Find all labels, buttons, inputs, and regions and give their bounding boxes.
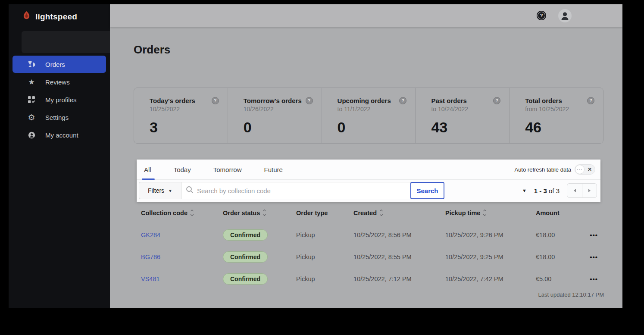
- location-selector[interactable]: [22, 31, 113, 53]
- help-icon[interactable]: ?: [537, 11, 546, 20]
- sidebar-item-my-profiles[interactable]: My profiles: [13, 91, 106, 108]
- orders-icon: [27, 60, 36, 69]
- stat-value: 46: [525, 119, 594, 136]
- sidebar-item-orders[interactable]: Orders: [13, 56, 106, 73]
- pickup-time-cell: 10/25/2022, 9:25 PM: [441, 254, 531, 260]
- tab-future[interactable]: Future: [262, 160, 285, 179]
- table-row: BG786 Confirmed Pickup 10/25/2022, 8:55 …: [137, 246, 604, 268]
- lightspeed-logo: lightspeed: [9, 4, 110, 22]
- help-icon[interactable]: ?: [399, 97, 406, 104]
- collection-code-link[interactable]: GK284: [141, 232, 160, 238]
- amount-cell: €18.00: [531, 232, 579, 238]
- stat-subtitle: from 10/25/2022: [525, 106, 594, 113]
- amount-cell: €18.00: [531, 254, 579, 260]
- auto-refresh-label: Auto refresh table data: [514, 166, 571, 173]
- user-avatar[interactable]: [558, 9, 572, 22]
- auto-refresh-control: Auto refresh table data ··· ✕: [514, 164, 595, 175]
- sidebar-item-label: Reviews: [45, 78, 70, 86]
- sidebar: lightspeed Orders ★ Reviews: [9, 4, 110, 308]
- profiles-grid-icon: [27, 96, 36, 103]
- pagination: ▼ 1 - 3 of 3: [522, 183, 597, 198]
- sidebar-item-label: Orders: [45, 61, 65, 68]
- column-header-pickup-time[interactable]: Pickup time: [441, 210, 531, 216]
- chevron-down-icon: ▼: [168, 188, 172, 193]
- sidebar-item-label: My account: [45, 131, 78, 139]
- search-icon: [186, 186, 194, 195]
- sidebar-item-label: My profiles: [45, 96, 77, 103]
- sort-icon[interactable]: [263, 210, 266, 216]
- chevron-left-icon[interactable]: [567, 184, 582, 197]
- collection-code-link[interactable]: BG786: [141, 254, 160, 260]
- tabs-row: All Today Tomorrow Future Auto refresh t…: [137, 160, 600, 180]
- stat-card-tomorrow: Tomorrow's orders ? 10/26/2022 0: [228, 88, 322, 143]
- table-row: VS481 Confirmed Pickup 10/25/2022, 7:12 …: [137, 268, 604, 290]
- search-input[interactable]: [197, 187, 406, 194]
- close-icon[interactable]: ✕: [585, 166, 595, 172]
- sort-icon[interactable]: [484, 210, 486, 216]
- account-icon: [27, 131, 36, 139]
- stat-card-upcoming: Upcoming orders ? to 11/1/2022 0: [322, 88, 416, 143]
- tab-today[interactable]: Today: [172, 160, 193, 179]
- stat-value: 43: [431, 119, 500, 136]
- sidebar-nav: Orders ★ Reviews My profiles ⚙: [13, 56, 106, 144]
- stat-card-today: Today's orders ? 10/25/2022 3: [134, 88, 228, 143]
- order-type-cell: Pickup: [292, 276, 349, 282]
- created-cell: 10/25/2022, 7:12 PM: [349, 276, 441, 282]
- toggle-knob: ···: [575, 165, 585, 174]
- sidebar-item-label: Settings: [45, 114, 69, 121]
- tab-all[interactable]: All: [142, 160, 153, 179]
- stat-title: Today's orders: [150, 97, 195, 104]
- gear-icon: ⚙: [27, 113, 36, 122]
- stat-value: 0: [244, 119, 313, 136]
- table-header-row: Collection code Order status Order type …: [137, 202, 604, 224]
- help-icon[interactable]: ?: [306, 97, 313, 104]
- orders-table: Collection code Order status Order type …: [137, 202, 604, 290]
- order-type-cell: Pickup: [292, 254, 349, 260]
- stat-subtitle: 10/26/2022: [244, 106, 313, 113]
- chevron-right-icon[interactable]: [582, 184, 597, 197]
- stat-title: Tomorrow's orders: [244, 97, 302, 104]
- page-title: Orders: [134, 43, 170, 56]
- pagination-range: 1 - 3 of 3: [534, 187, 560, 194]
- table-toolbar-panel: All Today Tomorrow Future Auto refresh t…: [137, 160, 600, 202]
- stat-title: Total orders: [525, 97, 562, 104]
- last-updated-text: Last updated 12:10:17 PM: [137, 291, 604, 298]
- help-icon[interactable]: ?: [212, 97, 219, 104]
- sort-icon[interactable]: [191, 210, 193, 216]
- help-icon[interactable]: ?: [587, 97, 594, 104]
- logo-text: lightspeed: [35, 12, 77, 22]
- main-area: ? Orders Today's orders ?: [110, 4, 622, 308]
- stat-subtitle: to 10/24/2022: [431, 106, 500, 113]
- lightspeed-flame-icon: [22, 11, 31, 22]
- status-badge: Confirmed: [223, 273, 268, 285]
- sort-icon[interactable]: [380, 210, 382, 216]
- filters-button[interactable]: Filters ▼: [139, 182, 181, 199]
- auto-refresh-toggle[interactable]: ··· ✕: [575, 164, 595, 175]
- stat-card-past: Past orders ? to 10/24/2022 43: [415, 88, 509, 143]
- column-header-order-status[interactable]: Order status: [219, 210, 292, 216]
- more-options-icon[interactable]: •••: [590, 232, 598, 239]
- stat-title: Past orders: [431, 97, 467, 104]
- column-header-created[interactable]: Created: [349, 210, 441, 216]
- column-header-collection-code[interactable]: Collection code: [137, 210, 219, 216]
- table-row: GK284 Confirmed Pickup 10/25/2022, 8:56 …: [137, 224, 604, 246]
- column-header-amount: Amount: [531, 210, 579, 216]
- more-options-icon[interactable]: •••: [590, 276, 598, 283]
- page-size-caret-icon[interactable]: ▼: [522, 188, 527, 193]
- stat-subtitle: 10/25/2022: [150, 106, 219, 113]
- sidebar-item-my-account[interactable]: My account: [13, 126, 106, 144]
- help-icon[interactable]: ?: [493, 97, 500, 104]
- pagination-buttons: [567, 183, 597, 198]
- pickup-time-cell: 10/25/2022, 9:26 PM: [441, 232, 531, 238]
- tab-tomorrow[interactable]: Tomorrow: [211, 160, 244, 179]
- topbar: ?: [110, 4, 622, 27]
- star-icon: ★: [27, 78, 36, 87]
- created-cell: 10/25/2022, 8:56 PM: [349, 232, 441, 238]
- search-button[interactable]: Search: [410, 182, 444, 199]
- collection-code-link[interactable]: VS481: [141, 276, 160, 282]
- more-options-icon[interactable]: •••: [590, 254, 598, 261]
- stat-subtitle: to 11/1/2022: [338, 106, 407, 113]
- sidebar-item-reviews[interactable]: ★ Reviews: [13, 73, 106, 91]
- sidebar-item-settings[interactable]: ⚙ Settings: [13, 109, 106, 126]
- status-badge: Confirmed: [223, 229, 268, 241]
